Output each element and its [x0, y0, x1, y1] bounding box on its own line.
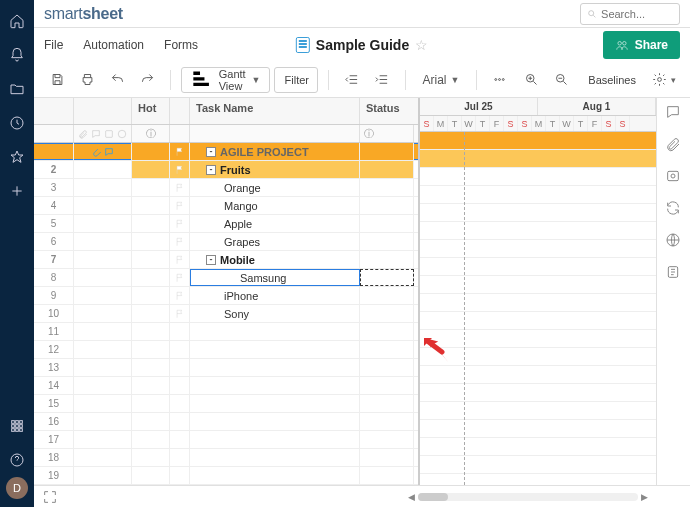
print-icon[interactable] [74, 67, 100, 93]
grid-row[interactable]: -AGILE PROJECT [34, 143, 418, 161]
favorites-icon[interactable] [0, 140, 34, 174]
gantt-row[interactable] [420, 150, 656, 168]
conversations-icon[interactable] [665, 104, 683, 122]
rows-container[interactable]: -AGILE PROJECT2-Fruits3Orange4Mango5Appl… [34, 143, 418, 485]
cell-task[interactable]: -Mobile [190, 251, 360, 268]
menu-file[interactable]: File [44, 38, 63, 52]
help-icon[interactable] [0, 443, 34, 477]
gantt-row[interactable] [420, 456, 656, 474]
gantt-row[interactable] [420, 168, 656, 186]
row-number[interactable]: 5 [34, 215, 74, 232]
row-number[interactable]: 12 [34, 341, 74, 358]
menu-automation[interactable]: Automation [83, 38, 144, 52]
cell-status[interactable] [360, 251, 414, 268]
cell-status[interactable] [360, 215, 414, 232]
gantt-row[interactable] [420, 132, 656, 150]
cell-hot[interactable] [132, 413, 170, 430]
row-number[interactable]: 11 [34, 323, 74, 340]
undo-icon[interactable] [104, 67, 130, 93]
cell-status[interactable] [360, 323, 414, 340]
row-number[interactable]: 8 [34, 269, 74, 286]
row-number[interactable]: 16 [34, 413, 74, 430]
col-task[interactable]: Task Name [190, 98, 360, 124]
filter-button[interactable]: Filter [274, 67, 318, 93]
cell-flag[interactable] [170, 161, 190, 178]
cell-task[interactable] [190, 323, 360, 340]
cell-task[interactable] [190, 341, 360, 358]
grid-row[interactable]: 2-Fruits [34, 161, 418, 179]
row-icons[interactable] [74, 413, 132, 430]
grid-row[interactable]: 10Sony [34, 305, 418, 323]
cell-hot[interactable] [132, 161, 170, 178]
home-icon[interactable] [0, 4, 34, 38]
gantt-row[interactable] [420, 258, 656, 276]
cell-task[interactable]: Grapes [190, 233, 360, 250]
grid-row[interactable]: 3Orange [34, 179, 418, 197]
proofs-icon[interactable] [665, 168, 683, 186]
row-icons[interactable] [74, 269, 132, 286]
gantt-row[interactable] [420, 222, 656, 240]
row-icons[interactable] [74, 431, 132, 448]
gantt-row[interactable] [420, 186, 656, 204]
row-number[interactable]: 6 [34, 233, 74, 250]
row-number[interactable]: 13 [34, 359, 74, 376]
view-switcher[interactable]: Gantt View▼ [181, 67, 270, 93]
row-icons[interactable] [74, 161, 132, 178]
create-icon[interactable] [0, 174, 34, 208]
row-number[interactable]: 15 [34, 395, 74, 412]
cell-task[interactable]: -Fruits [190, 161, 360, 178]
update-requests-icon[interactable] [665, 200, 683, 218]
activity-log-icon[interactable] [665, 264, 683, 282]
cell-status[interactable] [360, 197, 414, 214]
cell-task[interactable] [190, 449, 360, 466]
grid-row[interactable]: 7-Mobile [34, 251, 418, 269]
row-icons[interactable] [74, 197, 132, 214]
cell-flag[interactable] [170, 449, 190, 466]
col-hot[interactable]: Hot [132, 98, 170, 124]
row-number[interactable]: 2 [34, 161, 74, 178]
gantt-row[interactable] [420, 294, 656, 312]
cell-status[interactable] [360, 431, 414, 448]
cell-flag[interactable] [170, 377, 190, 394]
row-number[interactable]: 7 [34, 251, 74, 268]
cell-flag[interactable] [170, 395, 190, 412]
row-icons[interactable] [74, 251, 132, 268]
cell-flag[interactable] [170, 467, 190, 484]
cell-flag[interactable] [170, 305, 190, 322]
cell-status[interactable] [360, 143, 414, 160]
cell-task[interactable] [190, 377, 360, 394]
row-icons[interactable] [74, 467, 132, 484]
cell-status[interactable] [360, 287, 414, 304]
cell-flag[interactable] [170, 431, 190, 448]
cell-flag[interactable] [170, 197, 190, 214]
cell-status[interactable] [360, 467, 414, 484]
gantt-row[interactable] [420, 276, 656, 294]
cell-task[interactable]: Sony [190, 305, 360, 322]
gantt-row[interactable] [420, 474, 656, 485]
cell-flag[interactable] [170, 323, 190, 340]
row-icons[interactable] [74, 215, 132, 232]
gantt-row[interactable] [420, 348, 656, 366]
cell-task[interactable] [190, 359, 360, 376]
cell-hot[interactable] [132, 179, 170, 196]
attachments-icon[interactable] [665, 136, 683, 154]
row-number[interactable]: 17 [34, 431, 74, 448]
grid-row[interactable]: 18 [34, 449, 418, 467]
outdent-icon[interactable] [339, 67, 365, 93]
cell-hot[interactable] [132, 143, 170, 160]
row-icons[interactable] [74, 305, 132, 322]
cell-hot[interactable] [132, 395, 170, 412]
row-number[interactable]: 18 [34, 449, 74, 466]
font-picker[interactable]: Arial▼ [416, 67, 466, 93]
cell-status[interactable] [360, 449, 414, 466]
gantt-hscroll[interactable]: ◀ ▶ [408, 492, 648, 502]
cell-hot[interactable] [132, 359, 170, 376]
cell-task[interactable]: Orange [190, 179, 360, 196]
cell-hot[interactable] [132, 431, 170, 448]
grid-row[interactable]: 12 [34, 341, 418, 359]
gantt-body[interactable] [420, 132, 656, 485]
zoom-in-icon[interactable] [518, 67, 544, 93]
cell-status[interactable] [360, 233, 414, 250]
cell-status[interactable] [360, 395, 414, 412]
cell-task[interactable] [190, 413, 360, 430]
